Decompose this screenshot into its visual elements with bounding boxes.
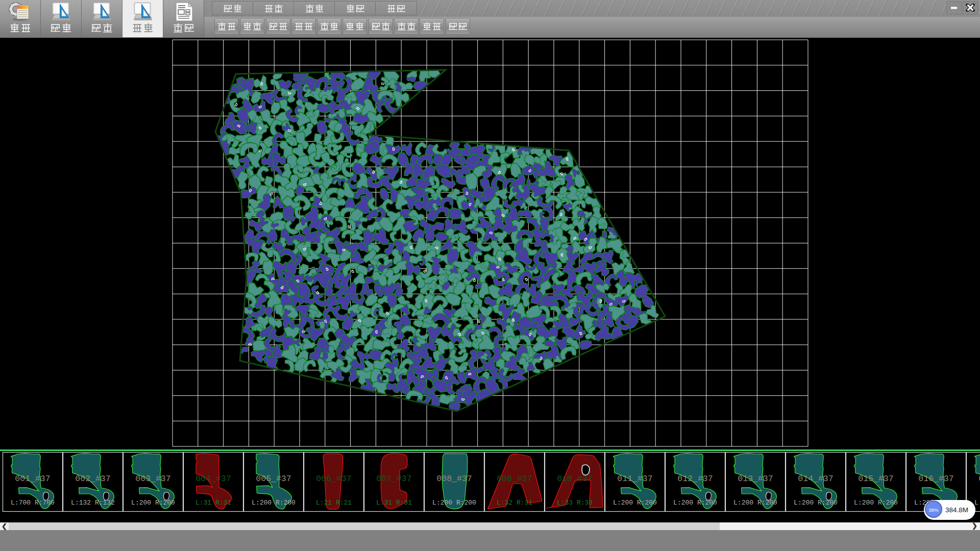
svg-text:016_#37: 016_#37 [918,474,953,484]
svg-text:002_#37: 002_#37 [75,474,110,484]
svg-text:L:200 R:200: L:200 R:200 [613,499,657,507]
svg-text:010_#37: 010_#37 [557,474,592,484]
svg-text:012_#37: 012_#37 [677,474,713,484]
svg-text:L:200 R:200: L:200 R:200 [974,499,980,507]
svg-text:L:200 R:200: L:200 R:200 [252,499,296,507]
svg-text:011_#37: 011_#37 [617,474,652,484]
svg-text:014_#37: 014_#37 [798,474,833,484]
svg-text:004_#37: 004_#37 [195,474,231,484]
svg-text:L:200 R:200: L:200 R:200 [733,499,777,507]
svg-text:015_#37: 015_#37 [858,474,893,484]
svg-text:L:31 R:31: L:31 R:31 [376,499,412,507]
svg-text:007_#37: 007_#37 [376,474,411,484]
svg-text:005_#37: 005_#37 [256,474,291,484]
svg-text:L:132 R:132: L:132 R:132 [71,499,115,507]
svg-text:008_#37: 008_#37 [436,474,472,484]
svg-text:L:200 R:200: L:200 R:200 [432,499,476,507]
svg-text:L:33 R:33: L:33 R:33 [557,499,593,507]
svg-text:L:32 R:31: L:32 R:31 [497,499,532,507]
svg-text:003_#37: 003_#37 [135,474,170,484]
svg-text:L:21 R:21: L:21 R:21 [316,499,352,507]
svg-text:L:31 R:31: L:31 R:31 [195,499,231,507]
svg-text:006_#37: 006_#37 [316,474,351,484]
svg-text:L:200 R:200: L:200 R:200 [131,499,175,507]
svg-text:009_#37: 009_#37 [497,474,532,484]
svg-text:L:200 R:200: L:200 R:200 [794,499,838,507]
svg-text:L:200 R:200: L:200 R:200 [854,499,898,507]
svg-text:L:200 R:200: L:200 R:200 [673,499,717,507]
svg-text:013_#37: 013_#37 [738,474,773,484]
svg-text:L:700 R:700: L:700 R:700 [11,499,55,507]
svg-text:001_#37: 001_#37 [15,474,50,484]
